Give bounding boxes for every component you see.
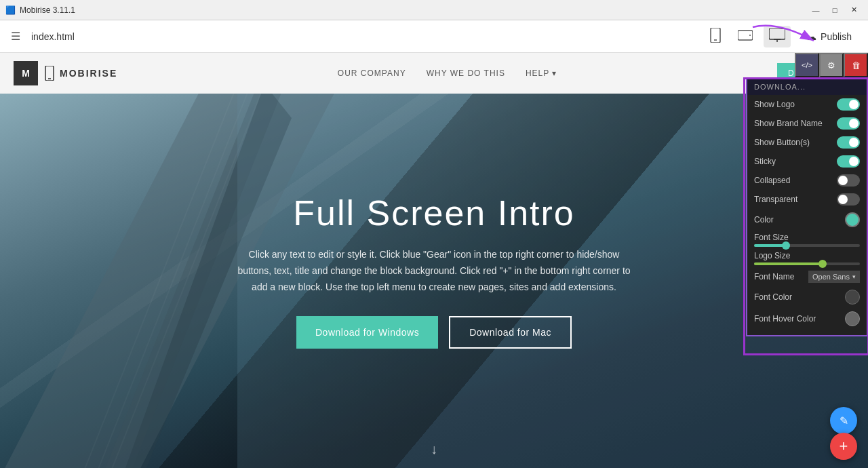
title-bar: 🟦 Mobirise 3.11.1 — □ ✕ <box>0 0 868 20</box>
font-size-label: Font Size <box>754 233 860 242</box>
publish-label: Publish <box>821 31 852 42</box>
transparent-label: Transparent <box>754 195 797 204</box>
sticky-knob <box>849 157 859 166</box>
color-row: Color <box>747 209 867 231</box>
font-color-label: Font Color <box>754 292 792 302</box>
trash-icon: 🗑 <box>852 60 861 71</box>
app-title: Mobirise 3.11.1 <box>20 5 75 15</box>
font-size-track[interactable] <box>754 244 860 247</box>
show-brand-name-label: Show Brand Name <box>754 119 823 128</box>
logo-icon: M <box>14 61 38 85</box>
font-name-value: Open Sans <box>812 273 850 281</box>
color-swatch[interactable] <box>845 212 860 227</box>
nav-link-company[interactable]: OUR COMPANY <box>338 69 406 78</box>
dropdown-chevron: ▾ <box>852 273 856 280</box>
sticky-row: Sticky <box>747 152 867 171</box>
code-icon: </> <box>802 61 812 69</box>
transparent-toggle[interactable] <box>837 193 860 206</box>
file-name: index.html <box>31 31 696 42</box>
font-name-row: Font Name Open Sans ▾ <box>747 267 867 286</box>
show-logo-toggle[interactable] <box>837 98 860 111</box>
font-color-swatch[interactable] <box>845 290 860 305</box>
app-toolbar: ☰ index.html ☁ Publish <box>0 20 868 53</box>
font-size-row: Font Size <box>747 231 867 249</box>
show-buttons-toggle[interactable] <box>837 136 860 149</box>
settings-button[interactable]: ⚙ <box>819 53 844 77</box>
hamburger-button[interactable]: ☰ <box>8 27 23 45</box>
pencil-icon: ✎ <box>840 414 848 427</box>
minimize-button[interactable]: — <box>807 3 825 18</box>
collapsed-row: Collapsed <box>747 171 867 190</box>
app-icon: 🟦 <box>5 5 16 15</box>
hero-section: Full Screen Intro Click any text to edit… <box>0 94 868 468</box>
font-size-fill <box>754 244 786 247</box>
transparent-knob <box>838 195 848 204</box>
settings-panel-header: DOWNLOA... <box>747 79 867 95</box>
font-name-select[interactable]: Open Sans ▾ <box>808 271 860 283</box>
show-logo-row: Show Logo <box>747 95 867 114</box>
hero-content: Full Screen Intro Click any text to edit… <box>217 193 651 368</box>
gear-icon: ⚙ <box>827 60 835 71</box>
logo-size-fill <box>754 262 823 265</box>
show-buttons-knob <box>849 138 859 147</box>
hero-title: Full Screen Intro <box>231 193 637 233</box>
logo-size-track[interactable] <box>754 262 860 265</box>
font-color-row: Font Color <box>747 286 867 308</box>
show-logo-knob <box>849 100 859 109</box>
sticky-label: Sticky <box>754 157 776 166</box>
svg-rect-4 <box>769 28 785 39</box>
main-area: </> ⚙ 🗑 M MOBIRISE OUR COMPANY WHY WE DO… <box>0 53 868 468</box>
cloud-icon: ☁ <box>807 31 816 42</box>
collapsed-toggle[interactable] <box>837 174 860 187</box>
publish-button[interactable]: ☁ Publish <box>799 27 860 46</box>
desktop-view-button[interactable] <box>764 26 791 47</box>
device-buttons <box>704 25 791 48</box>
edit-fab-button[interactable]: ✎ <box>830 407 857 434</box>
transparent-row: Transparent <box>747 190 867 209</box>
settings-panel: DOWNLOA... Show Logo Show Brand Name Sho… <box>746 77 868 336</box>
color-label: Color <box>754 215 774 225</box>
plus-icon: + <box>840 437 848 455</box>
preview-nav: M MOBIRISE OUR COMPANY WHY WE DO THIS HE… <box>0 53 868 94</box>
nav-link-why[interactable]: WHY WE DO THIS <box>427 69 505 78</box>
delete-block-button[interactable]: 🗑 <box>844 53 868 77</box>
mobile-view-button[interactable] <box>704 25 727 48</box>
title-bar-left: 🟦 Mobirise 3.11.1 <box>5 5 75 15</box>
font-hover-color-label: Font Hover Color <box>754 314 816 324</box>
code-editor-button[interactable]: </> <box>795 53 819 77</box>
preview-nav-links: OUR COMPANY WHY WE DO THIS HELP ▾ <box>131 69 764 78</box>
tablet-view-button[interactable] <box>732 26 758 47</box>
close-button[interactable]: ✕ <box>845 3 863 18</box>
font-size-thumb <box>782 241 790 250</box>
show-logo-label: Show Logo <box>754 100 795 109</box>
scroll-down-arrow: ↓ <box>431 442 437 457</box>
font-name-label: Font Name <box>754 272 794 281</box>
show-brand-name-row: Show Brand Name <box>747 114 867 133</box>
show-buttons-row: Show Button(s) <box>747 133 867 152</box>
logo-size-row: Logo Size <box>747 249 867 267</box>
website-preview: M MOBIRISE OUR COMPANY WHY WE DO THIS HE… <box>0 53 868 468</box>
hero-description: Click any text to edit or style it. Clic… <box>231 247 637 295</box>
logo-size-label: Logo Size <box>754 251 860 260</box>
download-windows-button[interactable]: Download for Windows <box>296 316 438 349</box>
add-block-fab-button[interactable]: + <box>830 433 857 460</box>
show-buttons-label: Show Button(s) <box>754 138 810 147</box>
title-bar-controls: — □ ✕ <box>807 3 863 18</box>
show-brand-name-knob <box>849 119 859 128</box>
maximize-button[interactable]: □ <box>826 3 844 18</box>
phone-icon <box>45 66 54 81</box>
show-brand-name-toggle[interactable] <box>837 117 860 130</box>
font-hover-color-swatch[interactable] <box>845 311 860 326</box>
collapsed-knob <box>838 176 848 185</box>
editor-toolbar: </> ⚙ 🗑 <box>795 53 868 77</box>
logo-brand-name: MOBIRISE <box>60 68 117 79</box>
nav-link-help[interactable]: HELP ▾ <box>526 69 557 78</box>
download-mac-button[interactable]: Download for Mac <box>449 316 572 349</box>
collapsed-label: Collapsed <box>754 176 790 185</box>
preview-logo: M MOBIRISE <box>14 61 117 85</box>
sticky-toggle[interactable] <box>837 155 860 168</box>
font-hover-color-row: Font Hover Color <box>747 308 867 330</box>
hero-buttons: Download for Windows Download for Mac <box>231 316 637 349</box>
logo-letter: M <box>22 68 30 79</box>
